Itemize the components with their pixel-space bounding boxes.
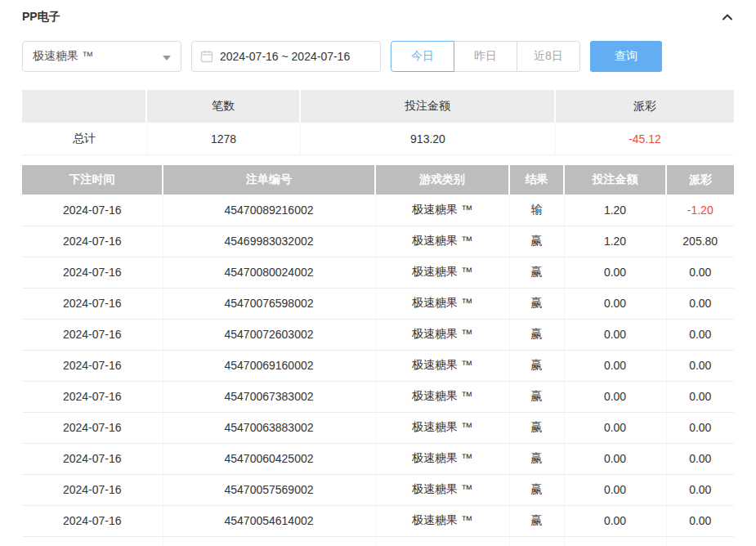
cell-payout: -1.20 — [666, 195, 734, 226]
cell-payout: 0.00 — [666, 443, 734, 474]
report-panel: PP电子 极速糖果 ™ 2024-07-16 ~ 2024-07-16 今日 昨… — [0, 0, 756, 546]
bet-table-body: 2024-07-16 45470089216002 极速糖果 ™ 输 1.20 … — [22, 195, 734, 536]
cell-result: 输 — [509, 195, 564, 226]
cell-result: 赢 — [509, 381, 564, 412]
cell-game-type: 极速糖果 ™ — [375, 412, 509, 443]
column-header-bet-amount: 投注金额 — [564, 165, 666, 195]
table-row: 2024-07-16 45470063883002 极速糖果 ™ 赢 0.00 … — [22, 412, 734, 443]
cell-bet-amount: 0.00 — [564, 412, 666, 443]
cell-bet-amount: 1.20 — [564, 195, 666, 226]
cell-order-id: 45469983032002 — [163, 226, 375, 257]
summary-total-label: 总计 — [22, 123, 147, 155]
cell-result: 赢 — [509, 505, 564, 536]
filter-bar: 极速糖果 ™ 2024-07-16 ~ 2024-07-16 今日 昨日 近8日… — [22, 41, 734, 72]
cell-bet-amount: 0.00 — [564, 381, 666, 412]
table-row: 2024-07-16 45469983032002 极速糖果 ™ 赢 1.20 … — [22, 226, 734, 257]
cell-payout: 205.80 — [666, 226, 734, 257]
cell-order-id: 45470072603002 — [163, 319, 375, 350]
search-button[interactable]: 查询 — [590, 41, 662, 72]
cell-bet-time: 2024-07-16 — [22, 319, 163, 350]
cell-result: 赢 — [509, 443, 564, 474]
table-row: 2024-07-16 45470054614002 极速糖果 ™ 赢 0.00 … — [22, 505, 734, 536]
cell-result: 赢 — [509, 412, 564, 443]
cell-game-type: 极速糖果 ™ — [375, 257, 509, 288]
summary-bet-amount-value: 913.20 — [301, 123, 556, 155]
summary-header-empty — [22, 90, 147, 123]
cell-result: 赢 — [509, 257, 564, 288]
cell-bet-time: 2024-07-16 — [22, 474, 163, 505]
table-row: 2024-07-16 45470069160002 极速糖果 ™ 赢 0.00 … — [22, 350, 734, 381]
page-title: PP电子 — [22, 10, 60, 25]
cell-bet-amount: 0.00 — [564, 257, 666, 288]
cell-order-id: 45470089216002 — [163, 195, 375, 226]
cell-payout: 0.00 — [666, 257, 734, 288]
column-header-bet-time: 下注时间 — [22, 165, 163, 195]
table-row: 2024-07-16 45470067383002 极速糖果 ™ 赢 0.00 … — [22, 381, 734, 412]
summary-header-count: 笔数 — [147, 90, 301, 123]
quick-range-buttons: 今日 昨日 近8日 — [391, 41, 580, 72]
table-row: 2024-07-16 45470076598002 极速糖果 ™ 赢 0.00 … — [22, 288, 734, 319]
cell-result: 赢 — [509, 350, 564, 381]
cell-order-id: 45470076598002 — [163, 288, 375, 319]
yesterday-button[interactable]: 昨日 — [454, 41, 517, 72]
table-row: 2024-07-16 45470072603002 极速糖果 ™ 赢 0.00 … — [22, 319, 734, 350]
cell-payout: 0.00 — [666, 474, 734, 505]
cell-bet-amount: 0.00 — [564, 319, 666, 350]
table-row: 2024-07-16 45470060425002 极速糖果 ™ 赢 0.00 … — [22, 443, 734, 474]
cell-order-id: 45470080024002 — [163, 257, 375, 288]
cell-bet-time: 2024-07-16 — [22, 288, 163, 319]
cell-game-type: 极速糖果 ™ — [375, 443, 509, 474]
cell-bet-amount: 1.20 — [564, 226, 666, 257]
cell-payout: 0.00 — [666, 319, 734, 350]
cell-order-id: 45470063883002 — [163, 412, 375, 443]
cell-bet-amount: 0.00 — [564, 350, 666, 381]
cell-bet-amount: 0.00 — [564, 505, 666, 536]
cell-order-id: 45470057569002 — [163, 474, 375, 505]
cell-game-type: 极速糖果 ™ — [375, 226, 509, 257]
cell-order-id: 45470067383002 — [163, 381, 375, 412]
cell-game-type: 极速糖果 ™ — [375, 474, 509, 505]
bet-table-header: 下注时间 注单编号 游戏类别 结果 投注金额 派彩 — [22, 165, 734, 195]
cell-payout: 0.00 — [666, 350, 734, 381]
game-select[interactable]: 极速糖果 ™ — [22, 41, 181, 72]
cell-bet-time: 2024-07-16 — [22, 257, 163, 288]
chevron-down-icon — [163, 56, 171, 60]
cell-bet-time: 2024-07-16 — [22, 350, 163, 381]
game-select-value: 极速糖果 ™ — [33, 49, 93, 64]
cell-game-type: 极速糖果 ™ — [375, 319, 509, 350]
collapse-button[interactable] — [721, 11, 734, 24]
summary-count-value: 1278 — [147, 123, 301, 155]
cell-game-type: 极速糖果 ™ — [375, 381, 509, 412]
column-header-game-type: 游戏类别 — [375, 165, 509, 195]
summary-header-payout: 派彩 — [556, 90, 734, 123]
column-header-payout: 派彩 — [666, 165, 734, 195]
cell-game-type: 极速糖果 ™ — [375, 505, 509, 536]
cell-bet-time: 2024-07-16 — [22, 412, 163, 443]
cell-bet-amount: 0.00 — [564, 288, 666, 319]
bet-table: 下注时间 注单编号 游戏类别 结果 投注金额 派彩 2024-07-16 454… — [22, 165, 734, 546]
today-button[interactable]: 今日 — [391, 41, 454, 72]
panel-header: PP电子 — [22, 8, 734, 26]
cell-bet-time: 2024-07-16 — [22, 381, 163, 412]
cell-game-type: 极速糖果 ™ — [375, 350, 509, 381]
cell-order-id: 45470054614002 — [163, 505, 375, 536]
date-range-input[interactable]: 2024-07-16 ~ 2024-07-16 — [191, 41, 381, 72]
cell-bet-time: 2024-07-16 — [22, 195, 163, 226]
date-range-value: 2024-07-16 ~ 2024-07-16 — [220, 50, 350, 63]
cell-payout: 0.00 — [666, 381, 734, 412]
last-8-days-button[interactable]: 近8日 — [517, 41, 580, 72]
cell-bet-time: 2024-07-16 — [22, 443, 163, 474]
column-header-order-id: 注单编号 — [163, 165, 375, 195]
bet-table-partial-row — [22, 536, 734, 546]
cell-payout: 0.00 — [666, 505, 734, 536]
cell-result: 赢 — [509, 226, 564, 257]
cell-payout: 0.00 — [666, 288, 734, 319]
summary-header-bet-amount: 投注金额 — [301, 90, 556, 123]
cell-result: 赢 — [509, 288, 564, 319]
chevron-up-icon — [721, 11, 734, 24]
table-row: 2024-07-16 45470080024002 极速糖果 ™ 赢 0.00 … — [22, 257, 734, 288]
table-row — [22, 536, 734, 546]
cell-bet-time: 2024-07-16 — [22, 505, 163, 536]
cell-order-id: 45470060425002 — [163, 443, 375, 474]
cell-bet-amount: 0.00 — [564, 474, 666, 505]
